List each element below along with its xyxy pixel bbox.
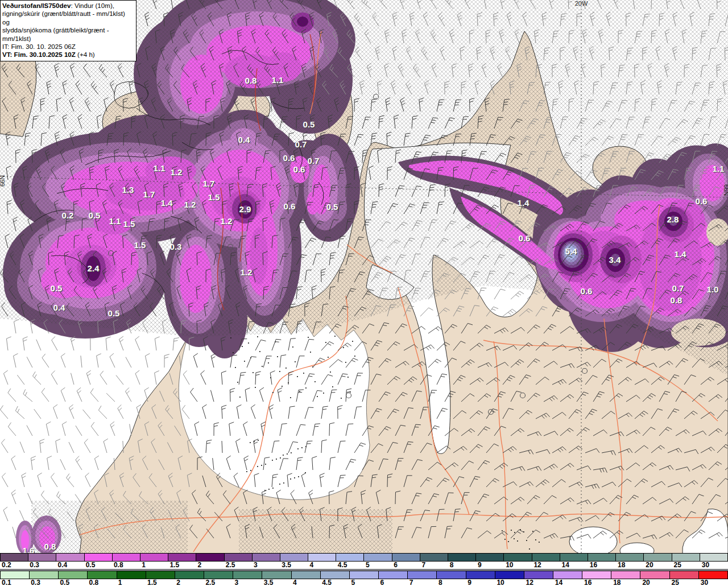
- scale-tick-label: 1: [118, 579, 122, 586]
- scale-tick-label: 4: [310, 561, 314, 569]
- precip-value-label: 0.5: [108, 308, 120, 318]
- precip-value-label: 2.4: [88, 263, 100, 273]
- precip-value-label: 0.7: [295, 139, 307, 149]
- scale-tick-label: 6: [394, 561, 398, 569]
- sleet-snow-scale-labels: 0.20.30.40.50.811.522.533.544.5567891012…: [0, 562, 728, 569]
- scale-segment: [437, 571, 466, 579]
- sleet-snow-scale: 0.20.30.40.50.811.522.533.544.5567891012…: [0, 553, 728, 569]
- scale-tick-label: 4: [293, 579, 297, 586]
- precip-value-label: 0.2: [62, 211, 74, 220]
- scale-tick-label: 30: [702, 561, 709, 569]
- valid-time: VT: Fim. 30.10.2025 10Z (+4 h): [2, 51, 134, 59]
- scale-segment: [1, 554, 28, 561]
- lake: [569, 527, 617, 554]
- scale-tick-label: 0.3: [31, 579, 40, 586]
- scale-tick-label: 18: [613, 579, 621, 586]
- scale-tick-label: 20: [642, 579, 650, 586]
- scale-segment: [448, 554, 476, 561]
- scale-tick-label: 4.5: [338, 561, 348, 569]
- scale-segment: [379, 571, 408, 579]
- scale-tick-label: 18: [618, 561, 625, 569]
- scale-tick-label: 3.5: [282, 561, 291, 569]
- scale-tick-label: 0.4: [57, 561, 67, 569]
- scale-segment: [476, 554, 504, 561]
- map-canvas: 20W 66N 66N 0.20.20.50.51.31.31.71.71.11…: [0, 0, 728, 554]
- scale-segment: [85, 554, 113, 561]
- weather-chart-page: { "title_box": { "product_bold": "Veðurs…: [0, 0, 728, 586]
- precip-value-label: 0.6: [283, 153, 295, 163]
- scale-tick-label: 8: [450, 561, 454, 569]
- scale-segment: [466, 571, 495, 579]
- precip-value-label: 1.7: [143, 189, 155, 199]
- sleet-snow-swatches: [0, 553, 728, 562]
- scale-segment: [204, 571, 233, 579]
- scale-tick-label: 7: [410, 579, 413, 586]
- rain-scale: 0.10.30.50.811.522.533.544.5567891012141…: [0, 571, 728, 586]
- scale-tick-label: 0.5: [86, 561, 96, 569]
- precip-value-label: 1.5: [123, 219, 135, 229]
- scale-tick-label: 20: [646, 561, 653, 569]
- scale-tick-label: 16: [584, 579, 592, 586]
- scale-tick-label: 0.3: [30, 561, 39, 569]
- scale-tick-label: 12: [526, 579, 533, 586]
- scale-segment: [56, 554, 84, 561]
- scale-segment: [644, 554, 672, 561]
- product-name: Veðurstofan/IS750dev: [2, 2, 71, 9]
- scale-segment: [113, 554, 140, 561]
- scale-tick-label: 3: [235, 579, 239, 586]
- scale-segment: [1, 571, 30, 579]
- scale-segment: [233, 571, 262, 579]
- precip-value-label: 0.5: [89, 211, 101, 220]
- scale-tick-label: 4.5: [322, 579, 332, 586]
- precip-value-label: 0.5: [303, 119, 315, 129]
- scale-segment: [420, 554, 448, 561]
- precip-value-label: 0.8: [44, 542, 56, 551]
- scale-tick-label: 30: [701, 579, 708, 586]
- title-line-1: Veðurstofan/IS750dev: Vindur (10m),: [2, 2, 134, 10]
- precip-value-label: 0.6: [293, 164, 305, 174]
- scale-segment: [88, 571, 117, 579]
- scale-tick-label: 0.1: [2, 579, 11, 586]
- precip-value-label: 0.4: [53, 303, 66, 312]
- precip-value-label: 0.3: [170, 242, 182, 251]
- scale-tick-label: 0.5: [60, 579, 69, 586]
- scale-segment: [611, 571, 640, 579]
- scale-tick-label: 5: [351, 579, 355, 586]
- scale-segment: [408, 571, 437, 579]
- scale-segment: [168, 554, 196, 561]
- precip-value-label: 0.8: [671, 295, 682, 305]
- scale-segment: [28, 554, 56, 561]
- lon-label-top: 20W: [575, 0, 588, 7]
- scale-tick-label: 7: [421, 561, 425, 569]
- precip-value-label: 1.1: [272, 75, 284, 85]
- scale-tick-label: 1.5: [147, 579, 157, 586]
- precip-value-label: 1.0: [707, 284, 719, 294]
- scale-segment: [146, 571, 175, 579]
- scale-segment: [700, 554, 727, 561]
- scale-tick-label: 12: [533, 561, 541, 569]
- precip-value-label: 3.4: [609, 255, 622, 265]
- scale-segment: [640, 571, 669, 579]
- scale-tick-label: 1: [142, 561, 146, 569]
- scale-tick-label: 14: [562, 561, 569, 569]
- scale-segment: [532, 554, 560, 561]
- scale-segment: [504, 554, 532, 561]
- scale-tick-label: 3.5: [264, 579, 274, 586]
- scale-tick-label: 25: [672, 579, 679, 586]
- precip-value-label: 0.8: [245, 76, 257, 85]
- scale-segment: [560, 554, 588, 561]
- rain-swatches: [0, 571, 728, 579]
- precip-value-label: 1.2: [221, 216, 233, 226]
- scale-segment: [292, 571, 321, 579]
- scale-tick-label: 25: [674, 561, 681, 569]
- scale-segment: [140, 554, 168, 561]
- scale-segment: [175, 571, 204, 579]
- scale-segment: [225, 554, 253, 561]
- rain-scale-labels: 0.10.30.50.811.522.533.544.5567891012141…: [0, 579, 728, 586]
- scale-segment: [253, 554, 280, 561]
- scale-tick-label: 0.2: [2, 561, 11, 569]
- scale-tick-label: 10: [497, 579, 504, 586]
- scale-tick-label: 2.5: [226, 561, 235, 569]
- precip-value-label: 0.5: [326, 202, 338, 212]
- scale-tick-label: 1.5: [169, 561, 179, 569]
